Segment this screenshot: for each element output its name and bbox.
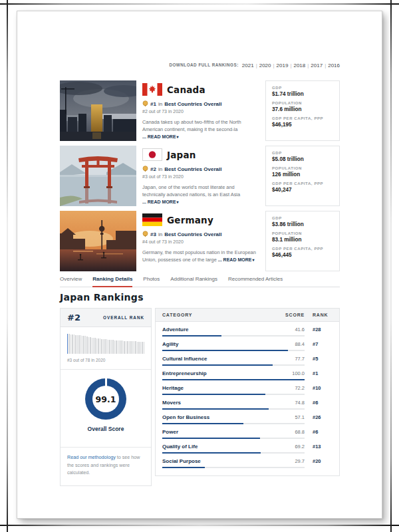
- badge-in: in: [158, 101, 162, 107]
- category-label[interactable]: Agility: [162, 341, 178, 347]
- japan-torii-illustration: [60, 146, 136, 206]
- score-bar-track: [162, 408, 305, 410]
- japan-stats-panel: GDP$5.08 trillion POPULATION126 million …: [265, 146, 340, 206]
- stat-population: POPULATION126 million: [272, 166, 333, 178]
- canada-photo[interactable]: [60, 80, 136, 141]
- methodology-link[interactable]: Read our methodology: [67, 454, 116, 460]
- country-description: Germany, the most populous nation in the…: [142, 249, 259, 264]
- description-text: Japan, one of the world's most literate …: [142, 184, 240, 198]
- rank-bar: [127, 341, 128, 354]
- screenshot-canvas: DOWNLOAD FULL RANKINGS:2021|2020|2019|20…: [0, 0, 399, 532]
- tab-photos[interactable]: Photos: [143, 276, 160, 287]
- tab-overview[interactable]: Overview: [60, 276, 82, 287]
- frame-line-right: [390, 0, 392, 532]
- category-label[interactable]: Open for Business: [162, 414, 209, 420]
- methodology-note: Read our methodology to see how the scor…: [61, 447, 151, 485]
- rank-bar: [122, 340, 123, 354]
- badge-title[interactable]: Best Countries Overall: [164, 166, 221, 172]
- rank-bar: [108, 340, 108, 354]
- table-header: CATEGORYSCORE RANK: [156, 309, 339, 322]
- category-label[interactable]: Movers: [162, 400, 181, 406]
- tab-recommended-articles[interactable]: Recommended Articles: [228, 276, 283, 287]
- score-bar-track: [162, 467, 305, 468]
- category-label[interactable]: Quality of Life: [162, 444, 198, 450]
- download-year-2018[interactable]: 2018: [293, 63, 305, 68]
- germany-photo[interactable]: [60, 211, 136, 271]
- score-value: 74.8: [295, 400, 305, 406]
- category-label[interactable]: Adventure: [162, 327, 189, 332]
- category-label[interactable]: Social Purpose: [162, 458, 201, 464]
- table-row: Power68.8#6: [156, 424, 339, 439]
- category-label[interactable]: Heritage: [162, 385, 184, 391]
- rank-bar: [96, 338, 97, 354]
- gold-badge-icon: [142, 100, 148, 107]
- country-name-canada[interactable]: Canada: [167, 84, 205, 95]
- tabs-nav: OverviewRanking DetailsPhotosAdditional …: [60, 276, 340, 287]
- rank-value: #6: [305, 429, 332, 439]
- rank-bar: [106, 339, 107, 354]
- rank-value: #26: [305, 414, 332, 424]
- download-year-2019[interactable]: 2019: [277, 63, 289, 68]
- download-year-2020[interactable]: 2020: [259, 63, 271, 68]
- score-bar-fill: [162, 408, 269, 410]
- header-category: CATEGORY: [162, 313, 192, 317]
- overall-badge-row: #1 in Best Countries Overall: [142, 100, 259, 107]
- badge-title[interactable]: Best Countries Overall: [164, 101, 221, 107]
- overall-rank-number: #2: [67, 313, 80, 323]
- overall-score-label: Overall Score: [61, 426, 151, 432]
- category-label[interactable]: Entrepreneurship: [162, 370, 207, 376]
- rank-bar: [100, 338, 100, 354]
- japan-photo[interactable]: [60, 146, 136, 206]
- subrank-text: #2 out of 73 in 2020: [142, 109, 259, 114]
- read-more-link[interactable]: ... READ MORE▾: [142, 134, 179, 139]
- rank-bar: [74, 334, 74, 354]
- category-label[interactable]: Cultural Influence: [162, 356, 207, 362]
- rank-bar: [75, 335, 76, 354]
- gold-badge-icon: [142, 231, 148, 237]
- score-bar-fill: [162, 394, 265, 395]
- rank-bar: [134, 341, 134, 354]
- year-separator: |: [273, 63, 275, 68]
- score-value: 100.0: [292, 370, 305, 376]
- rank-bar: [112, 340, 113, 354]
- rank-value: #7: [305, 341, 332, 351]
- rank-bar: [80, 335, 81, 354]
- read-more-link[interactable]: ... READ MORE▾: [218, 257, 255, 262]
- rank-value: #28: [305, 327, 332, 336]
- tab-additional-rankings[interactable]: Additional Rankings: [170, 276, 217, 287]
- country-name-japan[interactable]: Japan: [167, 150, 196, 160]
- overall-rank-panel: #2 OVERALL RANK #3 out of 78 in 2020 99.…: [60, 308, 152, 486]
- rank-bar: [103, 339, 104, 354]
- histogram-caption: #3 out of 78 in 2020: [67, 358, 144, 362]
- overall-score-donut: 99.1: [85, 378, 126, 420]
- stat-gdp-per-capita: GDP PER CAPITA, PPP$40,247: [272, 182, 333, 193]
- overall-badge-row: #3 in Best Countries Overall: [142, 231, 259, 237]
- download-year-2016[interactable]: 2016: [328, 63, 340, 68]
- rank-bar: [138, 342, 139, 354]
- download-year-2017[interactable]: 2017: [311, 63, 323, 68]
- rank-bar: [129, 341, 130, 354]
- canada-skyline-illustration: [60, 80, 136, 141]
- gold-badge-icon: [142, 166, 148, 172]
- badge-title[interactable]: Best Countries Overall: [164, 231, 221, 237]
- chevron-down-icon: ▾: [177, 200, 179, 204]
- country-card-germany: Germany #3 in Best Countries Overall #4 …: [60, 211, 340, 271]
- germany-stats-panel: GDP$3.86 trillion POPULATION83.1 million…: [265, 211, 340, 271]
- stat-population: POPULATION83.1 million: [272, 231, 333, 243]
- score-bar-fill: [162, 423, 243, 424]
- score-bar-fill: [162, 467, 205, 468]
- score-bar-fill: [162, 350, 288, 351]
- table-row: Agility88.4#7: [156, 336, 339, 351]
- rank-bar: [140, 342, 141, 354]
- germany-skyline-illustration: [60, 211, 136, 271]
- tab-ranking-details[interactable]: Ranking Details: [92, 276, 132, 287]
- read-more-link[interactable]: ... READ MORE▾: [142, 200, 179, 204]
- download-year-2021[interactable]: 2021: [242, 63, 254, 68]
- score-value: 69.2: [295, 444, 305, 450]
- canada-flag-icon: [142, 83, 162, 96]
- country-name-germany[interactable]: Germany: [167, 215, 213, 225]
- rank-value: #20: [305, 458, 332, 468]
- japan-flag-icon: [142, 148, 162, 161]
- country-description: Japan, one of the world's most literate …: [142, 184, 259, 206]
- category-label[interactable]: Power: [162, 429, 178, 435]
